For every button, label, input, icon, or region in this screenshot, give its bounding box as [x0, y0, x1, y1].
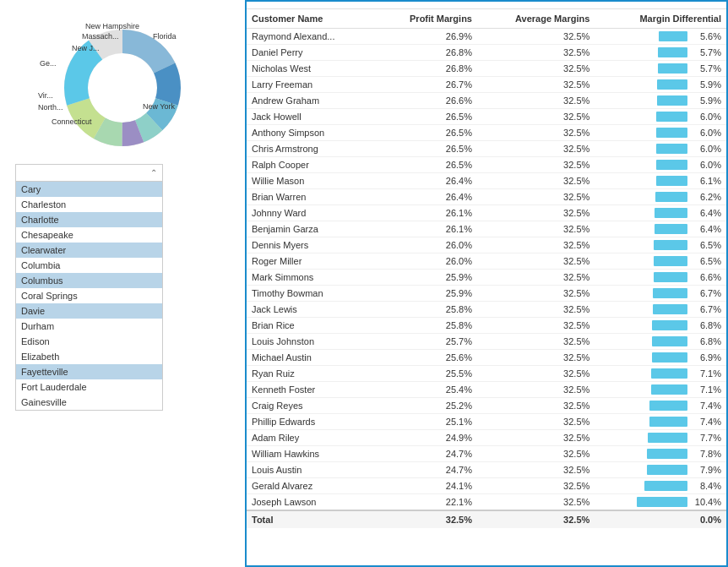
cell-avg: 32.5%	[477, 430, 595, 446]
cell-diff: 6.0%	[595, 141, 726, 157]
list-item[interactable]: Chesapeake	[16, 227, 162, 243]
cell-profit: 24.9%	[377, 430, 477, 446]
cell-avg: 32.5%	[477, 221, 595, 237]
cell-customer-name: Phillip Edwards	[247, 414, 377, 430]
cell-profit: 22.1%	[377, 494, 477, 511]
cell-customer-name: Chris Armstrong	[247, 141, 377, 157]
table-row: Larry Freeman26.7%32.5%5.9%	[247, 77, 726, 93]
donut-chart: New Hampshire Massach... New J... Ge... …	[38, 20, 207, 155]
table-row: Johnny Ward26.1%32.5%6.4%	[247, 205, 726, 221]
list-item[interactable]: Coral Springs	[16, 288, 162, 303]
cell-customer-name: Benjamin Garza	[247, 221, 377, 237]
cell-profit: 26.8%	[377, 45, 477, 61]
donut-label-vir: Vir...	[38, 91, 53, 100]
donut-label-ma: Massach...	[82, 32, 119, 41]
cell-diff: 5.9%	[595, 93, 726, 109]
table-body: Raymond Alexand...26.9%32.5%5.6%Daniel P…	[247, 29, 726, 511]
cell-customer-name: Michael Austin	[247, 350, 377, 366]
donut-label-ct: Connecticut	[52, 117, 92, 126]
table-footer: Total32.5%32.5%0.0%	[247, 510, 726, 528]
cell-avg: 32.5%	[477, 334, 595, 350]
total-row: Total32.5%32.5%0.0%	[247, 510, 726, 528]
list-item[interactable]: Charleston	[16, 197, 162, 212]
list-item[interactable]: Charlotte	[16, 212, 162, 227]
cell-diff: 6.7%	[595, 302, 726, 318]
cell-profit: 25.7%	[377, 334, 477, 350]
cell-diff: 6.4%	[595, 221, 726, 237]
total-profit: 32.5%	[377, 510, 477, 528]
cell-diff: 6.8%	[595, 334, 726, 350]
cell-customer-name: Daniel Perry	[247, 45, 377, 61]
cell-avg: 32.5%	[477, 61, 595, 77]
table-row: William Hawkins24.7%32.5%7.8%	[247, 446, 726, 462]
cell-diff: 10.4%	[595, 494, 726, 511]
cell-customer-name: Ralph Cooper	[247, 157, 377, 173]
cell-customer-name: Joseph Lawson	[247, 494, 377, 511]
table-row: Mark Simmons25.9%32.5%6.6%	[247, 270, 726, 286]
col-profit-margins: Profit Margins	[377, 9, 477, 29]
donut-svg	[38, 20, 207, 155]
cell-profit: 25.6%	[377, 350, 477, 366]
list-item[interactable]: Fayetteville	[16, 364, 162, 379]
cell-customer-name: Nicholas West	[247, 61, 377, 77]
list-item[interactable]: Cary	[16, 182, 162, 197]
list-item[interactable]: Clearwater	[16, 243, 162, 258]
cell-profit: 26.1%	[377, 221, 477, 237]
table-row: Michael Austin25.6%32.5%6.9%	[247, 350, 726, 366]
cell-profit: 25.1%	[377, 414, 477, 430]
list-item[interactable]: Edison	[16, 334, 162, 349]
cell-customer-name: Brian Rice	[247, 318, 377, 334]
cell-customer-name: Timothy Bowman	[247, 286, 377, 302]
data-table: Customer Name Profit Margins Average Mar…	[247, 9, 726, 528]
cell-customer-name: Jack Lewis	[247, 302, 377, 318]
list-item[interactable]: Columbus	[16, 273, 162, 288]
table-row: Benjamin Garza26.1%32.5%6.4%	[247, 221, 726, 237]
cell-diff: 6.9%	[595, 350, 726, 366]
sort-icon[interactable]: ⌃	[150, 168, 157, 177]
cell-avg: 32.5%	[477, 254, 595, 270]
cell-profit: 24.1%	[377, 478, 477, 494]
cell-avg: 32.5%	[477, 398, 595, 414]
cell-customer-name: Craig Reyes	[247, 398, 377, 414]
cell-diff: 8.4%	[595, 478, 726, 494]
cell-profit: 26.5%	[377, 109, 477, 125]
cell-profit: 26.5%	[377, 141, 477, 157]
cell-profit: 25.5%	[377, 366, 477, 382]
list-item[interactable]: Davie	[16, 303, 162, 319]
list-scroll-area[interactable]: CaryCharlestonCharlotteChesapeakeClearwa…	[16, 182, 162, 410]
cell-avg: 32.5%	[477, 366, 595, 382]
table-container[interactable]: Customer Name Profit Margins Average Mar…	[247, 9, 726, 565]
cell-customer-name: Dennis Myers	[247, 237, 377, 254]
donut-label-nh: New Hampshire	[85, 22, 139, 30]
table-row: Louis Austin24.7%32.5%7.9%	[247, 462, 726, 478]
donut-label-fl: Florida	[153, 32, 177, 41]
cell-profit: 26.5%	[377, 157, 477, 173]
list-item[interactable]: Durham	[16, 319, 162, 334]
cell-diff: 7.8%	[595, 446, 726, 462]
cell-customer-name: Adam Riley	[247, 430, 377, 446]
cell-diff: 5.7%	[595, 61, 726, 77]
table-row: Craig Reyes25.2%32.5%7.4%	[247, 398, 726, 414]
cell-avg: 32.5%	[477, 494, 595, 511]
cell-profit: 26.8%	[377, 61, 477, 77]
list-header: ⌃	[16, 165, 162, 182]
cell-profit: 26.4%	[377, 173, 477, 189]
cell-diff: 7.4%	[595, 414, 726, 430]
list-item[interactable]: Fort Lauderdale	[16, 379, 162, 395]
right-panel: Customer Name Profit Margins Average Mar…	[245, 0, 728, 567]
cell-profit: 25.8%	[377, 318, 477, 334]
table-row: Andrew Graham26.6%32.5%5.9%	[247, 93, 726, 109]
cell-customer-name: Willie Mason	[247, 173, 377, 189]
cell-profit: 24.7%	[377, 462, 477, 478]
cell-avg: 32.5%	[477, 382, 595, 398]
cell-diff: 7.4%	[595, 398, 726, 414]
cell-avg: 32.5%	[477, 189, 595, 205]
table-row: Louis Johnston25.7%32.5%6.8%	[247, 334, 726, 350]
list-item[interactable]: Columbia	[16, 258, 162, 273]
cell-customer-name: Andrew Graham	[247, 93, 377, 109]
list-item[interactable]: Gainesville	[16, 395, 162, 410]
list-item[interactable]: Elizabeth	[16, 349, 162, 364]
toolbar	[247, 2, 726, 9]
table-row: Adam Riley24.9%32.5%7.7%	[247, 430, 726, 446]
table-row: Nicholas West26.8%32.5%5.7%	[247, 61, 726, 77]
